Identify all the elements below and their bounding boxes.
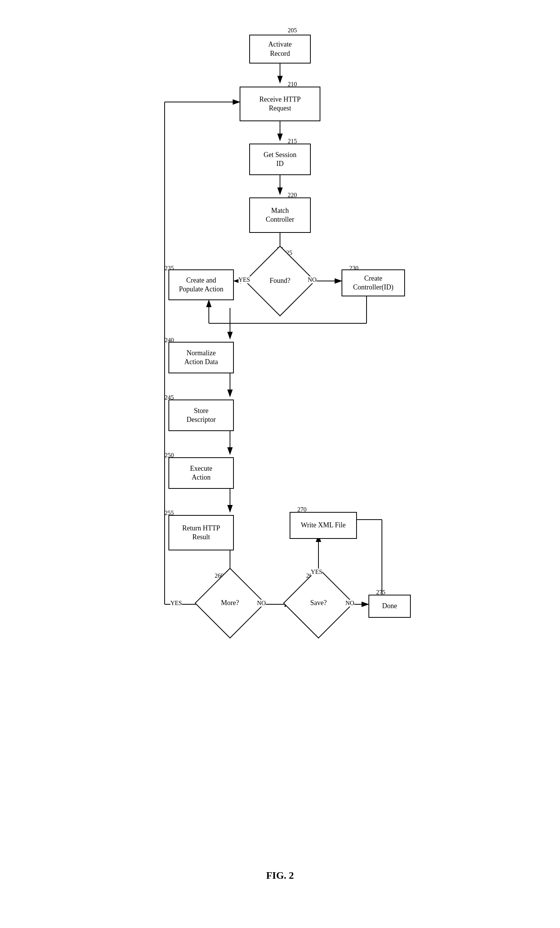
label-no-more: NO xyxy=(257,600,266,607)
flowchart: 205 Activate Record 210 Receive HTTP Req… xyxy=(145,15,415,862)
diamond-save: Save? xyxy=(293,578,343,628)
box-create-controller: Create Controller(ID) xyxy=(342,269,405,296)
box-execute-action: Execute Action xyxy=(168,457,234,489)
box-done: Done xyxy=(368,595,411,618)
diamond-found: Found? xyxy=(255,256,305,306)
box-receive-http: Receive HTTP Request xyxy=(240,87,320,121)
box-activate-record: Activate Record xyxy=(249,35,311,64)
box-create-populate: Create and Populate Action xyxy=(168,269,234,300)
box-normalize: Normalize Action Data xyxy=(168,342,234,373)
arrows-svg xyxy=(145,15,415,862)
label-yes-found: YES xyxy=(238,276,250,283)
figure-label: FIG. 2 xyxy=(266,870,294,881)
box-get-session: Get Session ID xyxy=(249,144,311,175)
label-yes-save: YES xyxy=(311,569,322,575)
box-match-controller: Match Controller xyxy=(249,197,311,233)
label-no-save: NO xyxy=(345,600,354,607)
label-yes-more: YES xyxy=(170,600,182,607)
box-store-descriptor: Store Descriptor xyxy=(168,400,234,431)
diamond-more: More? xyxy=(205,578,255,628)
box-return-http: Return HTTP Result xyxy=(168,515,234,550)
step-205: 205 xyxy=(288,27,297,34)
label-no-found: NO xyxy=(308,276,317,283)
box-write-xml: Write XML File xyxy=(290,512,357,539)
diagram-container: 205 Activate Record 210 Receive HTTP Req… xyxy=(145,15,415,881)
